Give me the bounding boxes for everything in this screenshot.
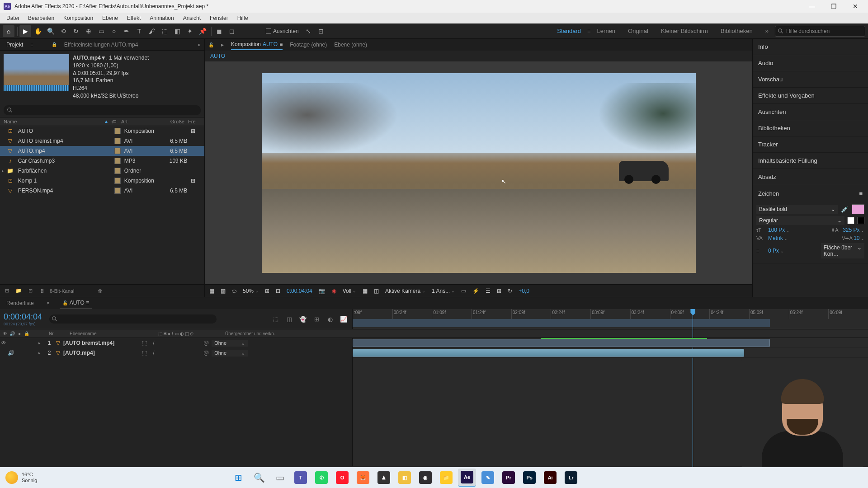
maximize-button[interactable]: ❐ xyxy=(825,0,843,13)
menu-hilfe[interactable]: Hilfe xyxy=(233,14,253,22)
workspace-bibliotheken[interactable]: Bibliotheken xyxy=(714,28,759,34)
project-row[interactable]: ▽ AUTO bremst.mp4 AVI 6,5 MB xyxy=(0,136,204,146)
eyedropper-icon[interactable]: 💉 xyxy=(841,206,849,213)
layer-name[interactable]: [AUTO.mp4] xyxy=(63,350,140,356)
panel-tracker[interactable]: Tracker xyxy=(753,136,868,153)
layer-expand-icon[interactable]: ▸ xyxy=(36,341,42,345)
swap-colors-icon[interactable] xyxy=(857,217,864,224)
taskbar-app-taskview[interactable]: ▭ xyxy=(271,469,289,487)
eraser-tool[interactable]: ◧ xyxy=(171,25,183,37)
menu-fenster[interactable]: Fenster xyxy=(205,14,233,22)
time-display[interactable]: 0:00:04:04 xyxy=(285,288,314,294)
expand-icon[interactable]: ▸ xyxy=(0,169,6,173)
panel-audio[interactable]: Audio xyxy=(753,55,868,71)
panel-zeichen-menu-icon[interactable]: ≡ xyxy=(859,190,863,197)
mask-toggle-icon[interactable]: ⬭ xyxy=(230,288,238,294)
tab-close-icon[interactable]: × xyxy=(44,298,52,308)
close-button[interactable]: ✕ xyxy=(846,0,864,13)
stamp-tool[interactable]: ⬚ xyxy=(159,25,170,37)
frame-blend-icon[interactable]: ⊞ xyxy=(311,314,321,324)
project-row[interactable]: ▸ 📁 Farbflächen Ordner xyxy=(0,166,204,176)
layer-switches[interactable]: ⬚ / xyxy=(140,340,203,346)
shy-icon[interactable]: 👻 xyxy=(298,314,308,324)
asset-dropdown-icon[interactable]: ▼ xyxy=(101,55,106,61)
item-comp-icon[interactable]: ⊞ xyxy=(191,128,204,134)
leading-input[interactable]: 325 Px xyxy=(843,227,864,233)
stroke-color-swatch[interactable] xyxy=(847,217,854,224)
taskbar-app-app1[interactable]: ♟ xyxy=(375,469,393,487)
fill-over-stroke-select[interactable]: Fläche über Kon…⌄ xyxy=(821,243,864,258)
track-row[interactable] xyxy=(353,338,868,348)
comp-tab-lock-icon[interactable]: 🔓 xyxy=(208,41,214,49)
font-style-select[interactable]: Regular⌄ xyxy=(756,216,844,225)
timeline-layer-row[interactable]: 👁 ▸ 1 ▽ [AUTO bremst.mp4] ⬚ / @ Ohne⌄ xyxy=(0,338,352,348)
layer-expand-icon[interactable]: ▸ xyxy=(36,351,42,355)
project-search-input[interactable] xyxy=(4,105,201,115)
taskbar-app-whatsapp[interactable]: ✆ xyxy=(312,469,330,487)
tracking-input[interactable]: 10 xyxy=(854,235,864,241)
taskbar-app-ps[interactable]: Ps xyxy=(520,469,538,487)
guides-icon[interactable]: ▦ xyxy=(361,288,369,294)
layer-clip[interactable] xyxy=(353,349,744,357)
project-row[interactable]: ▽ PERSON.mp4 AVI 6,5 MB xyxy=(0,186,204,196)
exposure-value[interactable]: +0,0 xyxy=(517,288,531,294)
timeline-icon[interactable]: ☰ xyxy=(484,288,492,294)
minimize-button[interactable]: — xyxy=(803,0,821,13)
layer-clip[interactable] xyxy=(353,339,770,347)
puppet-tool[interactable]: 📌 xyxy=(197,25,208,37)
snapshot-icon[interactable]: 📷 xyxy=(317,288,327,294)
roto-tool[interactable]: ✦ xyxy=(184,25,196,37)
resolution-icon[interactable]: ⊞ xyxy=(263,288,271,294)
transparency-grid-icon[interactable]: ▨ xyxy=(219,288,227,294)
alpha-toggle-icon[interactable]: ▦ xyxy=(208,288,216,294)
reset-exposure-icon[interactable]: ↻ xyxy=(506,288,514,294)
label-color-swatch[interactable] xyxy=(114,178,121,184)
layer-name[interactable]: [AUTO bremst.mp4] xyxy=(63,340,140,346)
rect-tool[interactable]: ▭ xyxy=(95,25,107,37)
panel-absatz[interactable]: Absatz xyxy=(753,169,868,185)
taskbar-app-firefox[interactable]: 🦊 xyxy=(354,469,372,487)
motion-blur-icon[interactable]: ◐ xyxy=(325,314,335,324)
font-family-select[interactable]: Bastile bold⌄ xyxy=(756,205,838,214)
timeline-layer-row[interactable]: 🔊 ▸ 2 ▽ [AUTO.mp4] ⬚ / @ Ohne⌄ xyxy=(0,348,352,358)
home-tool[interactable]: ⌂ xyxy=(3,25,14,37)
parent-select[interactable]: Ohne⌄ xyxy=(212,340,248,347)
bit-depth-label[interactable]: 8-Bit-Kanal xyxy=(50,288,74,294)
snap-checkbox[interactable]: Ausrichten xyxy=(266,28,299,34)
sort-icon[interactable]: ▲ xyxy=(104,119,108,124)
camera-select[interactable]: Aktive Kamera xyxy=(383,288,427,294)
menu-komposition[interactable]: Komposition xyxy=(59,14,98,22)
tab-effect-controls[interactable]: Effekteinstellungen AUTO.mp4 xyxy=(61,40,141,50)
comp-viewer[interactable]: ↖ xyxy=(205,61,752,284)
kerning-select[interactable]: Metrik xyxy=(768,235,788,241)
menu-animation[interactable]: Animation xyxy=(145,14,178,22)
panel-ausrichten[interactable]: Ausrichten xyxy=(753,104,868,120)
menu-datei[interactable]: Datei xyxy=(2,14,24,22)
panel-overflow-icon[interactable]: » xyxy=(198,41,201,48)
workspace-original[interactable]: Original xyxy=(622,28,655,34)
rotate-tool[interactable]: ↻ xyxy=(70,25,82,37)
parent-pickwhip-icon[interactable]: @ xyxy=(203,350,209,356)
workspace-standard[interactable]: Standard xyxy=(551,28,587,34)
taskbar-app-app3[interactable]: ✎ xyxy=(479,469,497,487)
audio-toggle[interactable]: 🔊 xyxy=(7,350,14,356)
taskbar-app-opera[interactable]: O xyxy=(333,469,351,487)
pen-tool[interactable]: ✒ xyxy=(121,25,132,37)
project-row[interactable]: ⊡ AUTO Komposition ⊞ xyxy=(0,126,204,136)
col-type[interactable]: Art xyxy=(121,119,161,124)
panel-bibliotheken[interactable]: Bibliotheken xyxy=(753,120,868,136)
new-folder-icon[interactable]: 📁 xyxy=(14,287,23,295)
taskbar-app-pr[interactable]: Pr xyxy=(500,469,518,487)
item-comp-icon[interactable]: ⊞ xyxy=(191,178,204,184)
comp-mini-flowchart-icon[interactable]: ⬚ xyxy=(271,314,281,324)
visibility-toggle[interactable]: 👁 xyxy=(0,340,7,346)
label-color-swatch[interactable] xyxy=(114,168,121,174)
timeline-ruler[interactable]: :09f00:24f01:09f01:24f02:09f02:24f03:09f… xyxy=(353,309,868,329)
tab-layer[interactable]: Ebene (ohne) xyxy=(334,40,367,50)
col-size[interactable]: Größe xyxy=(161,119,188,124)
comp-breadcrumb[interactable]: AUTO xyxy=(205,51,752,61)
col-tag-icon[interactable]: 🏷 xyxy=(111,119,121,124)
adjust-icon[interactable]: 🎚 xyxy=(38,287,46,295)
orbit-tool[interactable]: ⟲ xyxy=(57,25,69,37)
text-tool[interactable]: T xyxy=(133,25,145,37)
